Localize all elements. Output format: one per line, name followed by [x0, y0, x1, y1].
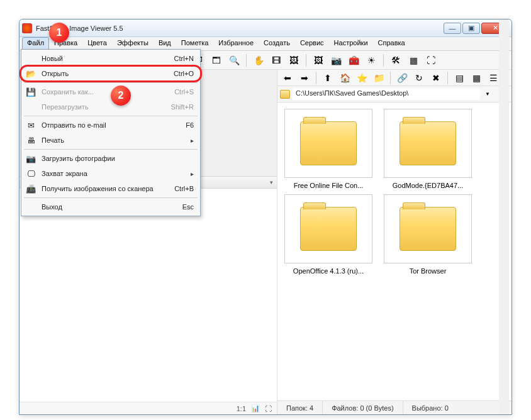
nav-icon[interactable]: ▤ — [452, 70, 467, 86]
menu-item-label: Захват экрана — [42, 170, 178, 177]
status-files: Файлов: 0 (0 Bytes) — [323, 401, 403, 414]
toolbar-icon[interactable]: ☀ — [364, 53, 379, 68]
thumbnail-grid[interactable]: Free Online File Con...GodMode.{ED7BA47.… — [277, 102, 511, 401]
toolbar-separator — [246, 54, 247, 67]
toolbar-icon[interactable]: 🖼 — [311, 53, 326, 68]
menu-item-icon: 📂 — [25, 68, 36, 79]
menu-item-печать[interactable]: 🖶Печать — [23, 133, 199, 148]
thumb-label: Free Online File Con... — [284, 182, 372, 189]
menu-создать[interactable]: Создать — [259, 37, 295, 50]
toolbar-icon[interactable]: 🎞 — [269, 53, 284, 68]
thumb-label: GodMode.{ED7BA47... — [384, 182, 472, 189]
toolbar-separator — [390, 72, 391, 84]
folder-thumb[interactable]: GodMode.{ED7BA47... — [381, 109, 475, 189]
menu-эффекты[interactable]: Эффекты — [112, 37, 154, 50]
menu-item-shortcut: F6 — [186, 121, 194, 129]
chevron-down-icon[interactable]: ▾ — [270, 179, 273, 185]
nav-icon[interactable]: 📁 — [371, 70, 386, 86]
toolbar-separator — [316, 72, 316, 84]
menu-item-получить-изображения-со-сканера[interactable]: 📠Получить изображения со сканераCtrl+B — [23, 181, 199, 196]
fit-icon[interactable]: ⛶ — [265, 405, 272, 412]
thumb-box — [284, 194, 372, 263]
nav-icon[interactable]: ⭐ — [354, 70, 369, 86]
toolbar-icon[interactable]: 🧰 — [346, 53, 361, 68]
toolbar-icon[interactable]: ⛶ — [423, 53, 439, 68]
right-pane: ⬅➡⬆🏠⭐📁🔗↻✖▤▦☰ C:\Users\ПК\Saved Games\Des… — [277, 70, 511, 414]
folder-icon — [280, 90, 290, 99]
toolbar-icon[interactable]: 🔍 — [226, 53, 242, 68]
maximize-button[interactable]: ▣ — [462, 23, 480, 34]
scrollbar[interactable] — [499, 102, 509, 401]
menu-separator — [24, 116, 198, 116]
nav-icon[interactable]: ✖ — [428, 70, 444, 86]
menu-item-загрузить-фотографии[interactable]: 📷Загрузить фотографии — [23, 151, 199, 166]
menu-item-shortcut: Ctrl+B — [174, 185, 194, 192]
menu-сервис[interactable]: Сервис — [295, 37, 329, 50]
nav-icon[interactable]: 🏠 — [337, 70, 352, 86]
nav-icon[interactable]: ▦ — [469, 70, 484, 86]
menu-item-новый[interactable]: НовыйCtrl+N — [23, 51, 199, 66]
menu-цвета[interactable]: Цвета — [82, 37, 112, 50]
menu-item-label: Выход — [42, 203, 177, 211]
folder-icon — [300, 121, 357, 165]
preview-footer: 1:1 📊 ⛶ — [20, 402, 277, 414]
menu-item-icon: 🖶 — [25, 135, 36, 146]
status-bar: Папок: 4 Файлов: 0 (0 Bytes) Выбрано: 0 — [277, 401, 511, 414]
titlebar: FastStone Image Viewer 5.5 — ▣ ✕ — [20, 19, 511, 37]
thumb-label: Tor Browser — [384, 267, 472, 275]
toolbar-icon[interactable]: ✋ — [251, 53, 266, 68]
menu-файл[interactable]: Файл — [22, 37, 49, 50]
menu-separator — [24, 149, 198, 150]
callout-2: 2 — [111, 86, 131, 106]
status-folders: Папок: 4 — [277, 401, 323, 414]
toolbar-icon[interactable]: 🖼 — [286, 53, 301, 68]
toolbar-icon[interactable]: 📷 — [328, 53, 344, 68]
menu-item-перезагрузить: ПерезагрузитьShift+R — [23, 99, 199, 114]
nav-icon[interactable]: ⬆ — [320, 70, 335, 86]
nav-icon[interactable]: ➡ — [297, 70, 312, 86]
thumb-box — [284, 109, 372, 178]
menu-item-icon: 🖵 — [25, 168, 36, 179]
nav-icon[interactable]: 🔗 — [394, 70, 410, 86]
menu-item-отправить-по-e-mail[interactable]: ✉Отправить по e-mailF6 — [23, 118, 199, 133]
path-bar: C:\Users\ПК\Saved Games\Desktop\ ▼ 🗑 — [277, 86, 511, 102]
menu-настройки[interactable]: Настройки — [329, 37, 373, 50]
minimize-button[interactable]: — — [444, 23, 461, 34]
nav-icon[interactable]: ↻ — [411, 70, 427, 86]
menu-избранное[interactable]: Избранное — [213, 37, 259, 50]
path-input[interactable]: C:\Users\ПК\Saved Games\Desktop\ — [293, 89, 480, 100]
app-icon — [22, 23, 32, 33]
menu-item-icon — [25, 53, 36, 64]
menu-item-label: Отправить по e-mail — [42, 121, 181, 129]
menu-пометка[interactable]: Пометка — [176, 37, 214, 50]
menu-item-label: Открыть — [42, 70, 169, 77]
folder-thumb[interactable]: OpenOffice 4.1.3 (ru)... — [281, 194, 376, 275]
menu-item-открыть[interactable]: 📂ОткрытьCtrl+O — [23, 66, 199, 81]
folder-thumb[interactable]: Tor Browser — [381, 194, 475, 275]
status-selected: Выбрано: 0 — [403, 401, 511, 414]
toolbar-icon[interactable]: ▦ — [406, 53, 421, 68]
thumb-label: OpenOffice 4.1.3 (ru)... — [284, 267, 372, 275]
menu-item-выход[interactable]: ВыходEsc — [23, 199, 199, 214]
menu-item-label: Сохранить как... — [42, 88, 169, 96]
menu-item-icon — [25, 101, 36, 113]
thumb-box — [384, 109, 472, 178]
nav-icon[interactable]: ⬅ — [280, 70, 295, 86]
menu-item-icon: 💾 — [25, 86, 36, 97]
toolbar-icon[interactable]: 🗔 — [209, 53, 224, 68]
menu-item-захват-экрана[interactable]: 🖵Захват экрана — [23, 166, 199, 181]
toolbar-icon[interactable]: 🛠 — [388, 53, 403, 68]
menu-item-shortcut: Esc — [182, 203, 194, 211]
nav-toolbar: ⬅➡⬆🏠⭐📁🔗↻✖▤▦☰ — [277, 70, 511, 86]
menu-справка[interactable]: Справка — [373, 37, 410, 50]
toolbar-separator — [383, 54, 384, 67]
menu-item-label: Перезагрузить — [42, 103, 166, 111]
window-title: FastStone Image Viewer 5.5 — [36, 25, 444, 32]
histogram-icon[interactable]: 📊 — [251, 404, 260, 412]
path-dropdown-icon[interactable]: ▼ — [483, 91, 493, 97]
menu-вид[interactable]: Вид — [154, 37, 176, 50]
preview-area — [20, 189, 277, 402]
folder-thumb[interactable]: Free Online File Con... — [281, 109, 376, 189]
menu-item-label: Загрузить фотографии — [42, 155, 189, 162]
folder-icon — [300, 207, 357, 251]
